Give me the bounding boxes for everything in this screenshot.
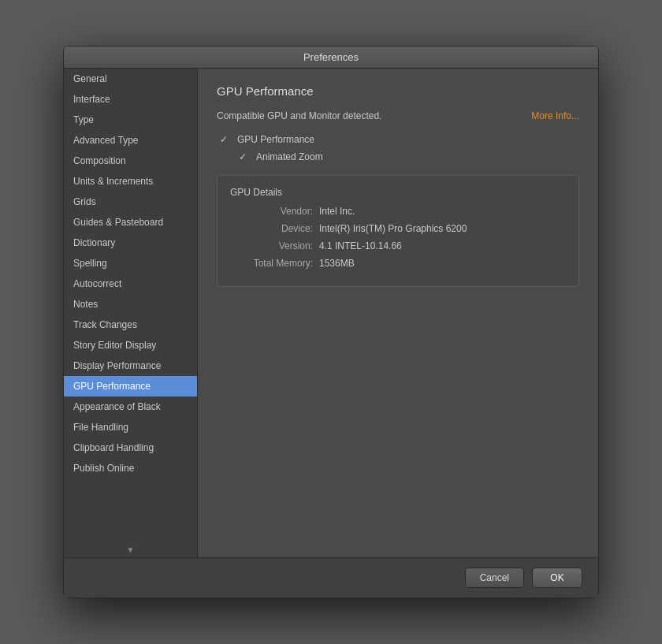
device-value: Intel(R) Iris(TM) Pro Graphics 6200 (319, 223, 467, 234)
vendor-label: Vendor: (230, 206, 313, 217)
memory-value: 1536MB (319, 258, 355, 269)
section-title: GPU Performance (217, 84, 579, 98)
scroll-down-arrow: ▼ (127, 545, 135, 554)
version-row: Version: 4.1 INTEL-10.14.66 (230, 240, 566, 251)
gpu-performance-check-icon: ✓ (220, 134, 232, 145)
sidebar-item-autocorrect[interactable]: Autocorrect (64, 274, 197, 294)
gpu-details-box: GPU Details Vendor: Intel Inc. Device: I… (217, 175, 579, 287)
sidebar-item-track-changes[interactable]: Track Changes (64, 315, 197, 335)
main-content: GPU Performance Compatible GPU and Monit… (198, 69, 598, 557)
compatible-text: Compatible GPU and Monitor detected. (217, 110, 531, 121)
sidebar-item-dictionary[interactable]: Dictionary (64, 233, 197, 253)
memory-label: Total Memory: (230, 258, 313, 269)
sidebar-item-display-performance[interactable]: Display Performance (64, 356, 197, 376)
vendor-value: Intel Inc. (319, 206, 355, 217)
device-label: Device: (230, 223, 313, 234)
sidebar-item-spelling[interactable]: Spelling (64, 253, 197, 274)
version-label: Version: (230, 240, 313, 251)
sidebar-item-clipboard-handling[interactable]: Clipboard Handling (64, 437, 197, 458)
more-info-link[interactable]: More Info... (531, 110, 579, 121)
compatible-row: Compatible GPU and Monitor detected. Mor… (217, 110, 579, 121)
sidebar-item-units-increments[interactable]: Units & Increments (64, 171, 197, 192)
vendor-row: Vendor: Intel Inc. (230, 206, 566, 217)
sidebar-item-advanced-type[interactable]: Advanced Type (64, 130, 197, 151)
gpu-performance-label: GPU Performance (237, 134, 314, 145)
gpu-details-title: GPU Details (230, 187, 566, 198)
version-value: 4.1 INTEL-10.14.66 (319, 240, 402, 251)
dialog-footer: Cancel OK (64, 557, 598, 597)
sidebar-item-general[interactable]: General (64, 69, 197, 89)
cancel-button[interactable]: Cancel (465, 568, 524, 588)
sidebar-item-notes[interactable]: Notes (64, 294, 197, 315)
device-row: Device: Intel(R) Iris(TM) Pro Graphics 6… (230, 223, 566, 234)
sidebar-item-appearance-of-black[interactable]: Appearance of Black (64, 396, 197, 417)
animated-zoom-check-icon: ✓ (239, 151, 251, 162)
ok-button[interactable]: OK (532, 568, 582, 588)
dialog-title: Preferences (303, 51, 359, 63)
sidebar-item-file-handling[interactable]: File Handling (64, 417, 197, 437)
sidebar-item-composition[interactable]: Composition (64, 151, 197, 171)
scroll-indicator: ▼ (64, 545, 197, 554)
sidebar-item-type[interactable]: Type (64, 110, 197, 130)
preferences-dialog: Preferences GeneralInterfaceTypeAdvanced… (63, 46, 599, 598)
sidebar-item-guides-pasteboard[interactable]: Guides & Pasteboard (64, 212, 197, 233)
sidebar-item-gpu-performance[interactable]: GPU Performance (64, 376, 197, 396)
gpu-performance-checkbox-row[interactable]: ✓ GPU Performance (217, 134, 579, 145)
sidebar-item-grids[interactable]: Grids (64, 192, 197, 212)
sidebar-item-publish-online[interactable]: Publish Online (64, 458, 197, 478)
titlebar: Preferences (64, 47, 598, 69)
animated-zoom-label: Animated Zoom (256, 151, 323, 162)
memory-row: Total Memory: 1536MB (230, 258, 566, 269)
dialog-body: GeneralInterfaceTypeAdvanced TypeComposi… (64, 69, 598, 557)
sidebar: GeneralInterfaceTypeAdvanced TypeComposi… (64, 69, 198, 557)
sidebar-item-story-editor-display[interactable]: Story Editor Display (64, 335, 197, 356)
animated-zoom-checkbox-row[interactable]: ✓ Animated Zoom (217, 151, 579, 162)
sidebar-item-interface[interactable]: Interface (64, 89, 197, 110)
